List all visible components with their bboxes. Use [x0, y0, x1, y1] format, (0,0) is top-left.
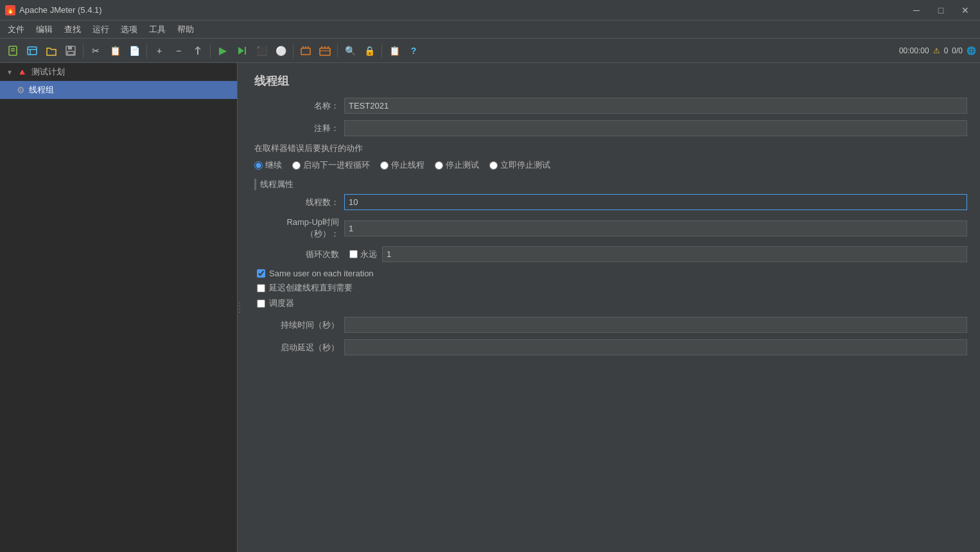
open-button[interactable]: [42, 42, 60, 60]
radio-stop-thread-input[interactable]: [380, 161, 389, 170]
clear-button[interactable]: [297, 42, 315, 60]
copy-button[interactable]: 📋: [106, 42, 124, 60]
loop-label: 循环次数: [254, 249, 344, 260]
window-controls: ─ □ ✕: [907, 4, 975, 17]
warning-icon: ⚠: [933, 46, 940, 55]
forever-label[interactable]: 永远: [349, 249, 377, 260]
name-input[interactable]: [344, 98, 967, 114]
radio-continue-input[interactable]: [254, 161, 263, 170]
svg-rect-3: [28, 47, 37, 55]
comment-input[interactable]: [344, 120, 967, 136]
close-button[interactable]: ✕: [956, 4, 975, 17]
new-button[interactable]: [4, 42, 22, 60]
startup-delay-input[interactable]: [344, 339, 967, 355]
thread-count-input[interactable]: [344, 194, 967, 210]
startup-delay-label: 启动延迟（秒）: [254, 342, 344, 353]
thread-group-label: 线程组: [29, 84, 54, 96]
same-user-checkbox[interactable]: [257, 269, 265, 278]
toggle-button[interactable]: [189, 42, 207, 60]
separator-2: [146, 44, 147, 58]
start-button[interactable]: ▶: [214, 42, 232, 60]
templates-button[interactable]: [23, 42, 41, 60]
toolbar: ✂ 📋 📄 + − ▶ ⬛ ⚪ 🔍 🔒 📋 ? 00:00:00 ⚠ 0 0/0…: [0, 39, 980, 63]
test-plan-label: 测试计划: [31, 66, 65, 78]
sidebar-item-test-plan[interactable]: ▼ 🔺 测试计划: [0, 63, 237, 81]
globe-icon: 🌐: [967, 46, 976, 55]
main-layout: ▼ 🔺 测试计划 ⚙ 线程组 线程组 名称： 注释： 在取: [0, 63, 980, 552]
forever-text: 永远: [360, 249, 377, 260]
duration-input[interactable]: [344, 317, 967, 333]
panel-title: 线程组: [254, 73, 967, 89]
shutdown-button[interactable]: ⚪: [272, 42, 290, 60]
radio-stop-test-input[interactable]: [435, 161, 443, 170]
menu-edit[interactable]: 编辑: [31, 22, 58, 37]
drag-dots: [239, 302, 240, 313]
expand-button[interactable]: +: [150, 42, 168, 60]
ramp-up-input[interactable]: [344, 220, 967, 236]
thread-count: 0/0: [952, 46, 963, 55]
collapse-button[interactable]: −: [170, 42, 188, 60]
name-row: 名称：: [254, 98, 967, 114]
cut-button[interactable]: ✂: [87, 42, 105, 60]
clear-all-button[interactable]: [316, 42, 334, 60]
radio-continue[interactable]: 继续: [254, 159, 282, 171]
radio-next-loop-label: 启动下一进程循环: [303, 159, 370, 171]
app-title: Apache JMeter (5.4.1): [19, 5, 102, 15]
remote-button[interactable]: 🔍: [341, 42, 359, 60]
error-action-label: 在取样器错误后要执行的动作: [254, 143, 967, 154]
title-bar-left: 🔥 Apache JMeter (5.4.1): [5, 5, 102, 15]
scheduler-checkbox[interactable]: [257, 299, 265, 308]
comment-row: 注释：: [254, 120, 967, 136]
menu-file[interactable]: 文件: [3, 22, 30, 37]
forever-checkbox[interactable]: [349, 250, 358, 258]
thread-count-row: 线程数：: [254, 194, 967, 210]
menu-tools[interactable]: 工具: [144, 22, 171, 37]
ramp-up-label: Ramp-Up时间（秒）：: [254, 217, 344, 240]
menu-help[interactable]: 帮助: [172, 22, 199, 37]
menu-options[interactable]: 选项: [116, 22, 143, 37]
duration-label: 持续时间（秒）: [254, 319, 344, 331]
loop-count-input[interactable]: [382, 246, 967, 262]
drag-handle[interactable]: [238, 63, 241, 552]
help-button[interactable]: ?: [405, 42, 423, 60]
menu-bar: 文件 编辑 查找 运行 选项 工具 帮助: [0, 21, 980, 39]
separator-3: [210, 44, 211, 58]
minimize-button[interactable]: ─: [907, 4, 926, 17]
menu-find[interactable]: 查找: [59, 22, 86, 37]
maximize-button[interactable]: □: [931, 4, 950, 17]
title-bar: 🔥 Apache JMeter (5.4.1) ─ □ ✕: [0, 0, 980, 21]
delay-start-checkbox[interactable]: [257, 284, 265, 292]
radio-stop-thread-label: 停止线程: [391, 159, 424, 171]
thread-group-icon: ⚙: [17, 85, 25, 95]
ssl-manager-button[interactable]: 🔒: [360, 42, 378, 60]
menu-run[interactable]: 运行: [87, 22, 114, 37]
toolbar-status: 00:00:00 ⚠ 0 0/0 🌐: [899, 46, 976, 55]
sidebar-item-thread-group[interactable]: ⚙ 线程组: [0, 81, 237, 99]
name-label: 名称：: [254, 100, 344, 112]
radio-stop-now[interactable]: 立即停止测试: [489, 159, 550, 171]
scheduler-row: 调度器: [254, 298, 967, 309]
log-viewer-button[interactable]: 📋: [385, 42, 403, 60]
scheduler-label: 调度器: [269, 298, 294, 309]
paste-button[interactable]: 📄: [125, 42, 143, 60]
radio-stop-test[interactable]: 停止测试: [435, 159, 479, 171]
radio-stop-now-input[interactable]: [489, 161, 498, 170]
radio-next-loop-input[interactable]: [292, 161, 301, 170]
error-count: 0: [944, 46, 949, 55]
radio-next-loop[interactable]: 启动下一进程循环: [292, 159, 370, 171]
separator-5: [337, 44, 338, 58]
radio-continue-label: 继续: [265, 159, 282, 171]
ramp-up-row: Ramp-Up时间（秒）：: [254, 217, 967, 240]
radio-stop-now-label: 立即停止测试: [500, 159, 550, 171]
save-button[interactable]: [62, 42, 80, 60]
content-area: 线程组 名称： 注释： 在取样器错误后要执行的动作 继续 启动下一进程循环 停止…: [241, 63, 980, 552]
startup-delay-row: 启动延迟（秒）: [254, 339, 967, 355]
separator-4: [293, 44, 293, 58]
stop-button[interactable]: ⬛: [252, 42, 270, 60]
same-user-label: Same user on each iteration: [269, 269, 374, 278]
sidebar: ▼ 🔺 测试计划 ⚙ 线程组: [0, 63, 238, 552]
radio-stop-thread[interactable]: 停止线程: [380, 159, 424, 171]
start-no-pause-button[interactable]: [233, 42, 251, 60]
radio-stop-test-label: 停止测试: [446, 159, 479, 171]
thread-count-label: 线程数：: [254, 197, 344, 208]
